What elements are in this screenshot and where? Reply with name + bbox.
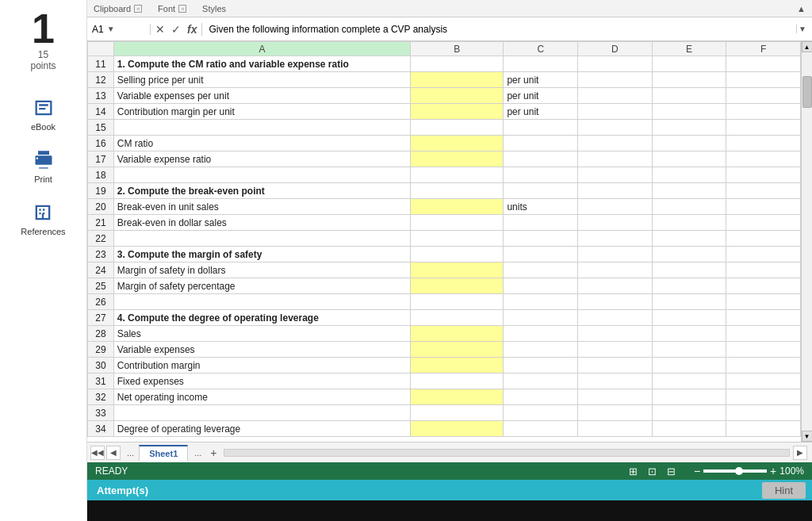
cell-d22[interactable] xyxy=(578,231,653,247)
cell-e21[interactable] xyxy=(652,215,726,231)
cell-f32[interactable] xyxy=(726,389,801,405)
cell-b29[interactable] xyxy=(411,342,504,358)
cell-d29[interactable] xyxy=(578,342,653,358)
cell-b24[interactable] xyxy=(411,262,504,278)
cell-d33[interactable] xyxy=(578,405,653,421)
cell-b26[interactable] xyxy=(411,294,504,310)
cell-e15[interactable] xyxy=(652,120,726,136)
vertical-scrollbar[interactable]: ▲ ▼ xyxy=(801,41,812,442)
cell-f15[interactable] xyxy=(726,120,801,136)
cell-e31[interactable] xyxy=(652,374,726,389)
cell-a20[interactable]: Break-even in unit sales xyxy=(113,199,411,215)
cell-e20[interactable] xyxy=(652,199,726,215)
cell-ref-dropdown[interactable]: ▼ xyxy=(107,25,115,33)
cell-c12[interactable]: per unit xyxy=(504,72,578,88)
cell-e13[interactable] xyxy=(652,88,726,104)
cell-b23[interactable] xyxy=(411,247,504,262)
fx-icon[interactable]: fx xyxy=(186,23,198,36)
cell-a24[interactable]: Margin of safety in dollars xyxy=(113,262,411,278)
cell-a27[interactable]: 4. Compute the degree of operating lever… xyxy=(113,310,411,326)
cell-a28[interactable]: Sales xyxy=(113,326,411,342)
cell-d23[interactable] xyxy=(578,247,653,262)
cell-b19[interactable] xyxy=(411,183,504,199)
cell-b15[interactable] xyxy=(411,120,504,136)
cell-b18[interactable] xyxy=(411,167,504,183)
cell-a22[interactable] xyxy=(113,231,411,247)
cell-c22[interactable] xyxy=(504,231,578,247)
cell-c33[interactable] xyxy=(504,405,578,421)
zoom-minus-btn[interactable]: − xyxy=(694,465,700,477)
cell-b33[interactable] xyxy=(411,405,504,421)
cell-f18[interactable] xyxy=(726,167,801,183)
scroll-thumb[interactable] xyxy=(802,76,812,108)
cell-a11[interactable]: 1. Compute the CM ratio and variable exp… xyxy=(113,56,411,72)
zoom-plus-btn[interactable]: + xyxy=(770,465,776,477)
zoom-thumb[interactable] xyxy=(735,467,743,475)
cell-a26[interactable] xyxy=(113,294,411,310)
col-header-b[interactable]: B xyxy=(411,42,504,56)
cell-d12[interactable] xyxy=(578,72,653,88)
cell-e17[interactable] xyxy=(652,151,726,167)
col-header-c[interactable]: C xyxy=(504,42,578,56)
sidebar-item-references[interactable]: References xyxy=(21,200,65,236)
cell-a16[interactable]: CM ratio xyxy=(113,136,411,151)
cell-d17[interactable] xyxy=(578,151,653,167)
cell-a21[interactable]: Break-even in dollar sales xyxy=(113,215,411,231)
cell-f26[interactable] xyxy=(726,294,801,310)
cell-d26[interactable] xyxy=(578,294,653,310)
cell-f19[interactable] xyxy=(726,183,801,199)
cell-e33[interactable] xyxy=(652,405,726,421)
scroll-up-btn[interactable]: ▲ xyxy=(802,41,813,52)
cell-d19[interactable] xyxy=(578,183,653,199)
cell-a31[interactable]: Fixed expenses xyxy=(113,374,411,389)
cell-c13[interactable]: per unit xyxy=(504,88,578,104)
cell-f28[interactable] xyxy=(726,326,801,342)
cell-a17[interactable]: Variable expense ratio xyxy=(113,151,411,167)
cell-d27[interactable] xyxy=(578,310,653,326)
cell-b17[interactable] xyxy=(411,151,504,167)
cell-c18[interactable] xyxy=(504,167,578,183)
cell-f34[interactable] xyxy=(726,421,801,437)
cell-f14[interactable] xyxy=(726,104,801,120)
cell-b34[interactable] xyxy=(411,421,504,437)
cell-c27[interactable] xyxy=(504,310,578,326)
cell-d24[interactable] xyxy=(578,262,653,278)
cell-e24[interactable] xyxy=(652,262,726,278)
cell-c17[interactable] xyxy=(504,151,578,167)
cell-b31[interactable] xyxy=(411,374,504,389)
cell-b27[interactable] xyxy=(411,310,504,326)
tab-add-btn[interactable]: + xyxy=(206,446,220,460)
cell-f21[interactable] xyxy=(726,215,801,231)
font-expand[interactable]: ⬦ xyxy=(178,5,186,13)
cell-f22[interactable] xyxy=(726,231,801,247)
cancel-icon[interactable]: ✕ xyxy=(154,23,167,36)
ribbon-collapse[interactable]: ▲ xyxy=(797,4,806,13)
scroll-track[interactable] xyxy=(802,52,813,431)
sheet-tab-sheet1[interactable]: Sheet1 xyxy=(139,445,188,461)
cell-a33[interactable] xyxy=(113,405,411,421)
cell-d21[interactable] xyxy=(578,215,653,231)
cell-d31[interactable] xyxy=(578,374,653,389)
cell-e23[interactable] xyxy=(652,247,726,262)
cell-b12[interactable] xyxy=(411,72,504,88)
cell-b32[interactable] xyxy=(411,389,504,405)
cell-d30[interactable] xyxy=(578,358,653,374)
cell-f33[interactable] xyxy=(726,405,801,421)
cell-f27[interactable] xyxy=(726,310,801,326)
tab-dots-right[interactable]: ... xyxy=(190,446,206,460)
cell-e19[interactable] xyxy=(652,183,726,199)
cell-f16[interactable] xyxy=(726,136,801,151)
horizontal-scrollbar[interactable] xyxy=(224,449,790,457)
cell-e12[interactable] xyxy=(652,72,726,88)
cell-e18[interactable] xyxy=(652,167,726,183)
cell-b30[interactable] xyxy=(411,358,504,374)
cell-f20[interactable] xyxy=(726,199,801,215)
cell-e16[interactable] xyxy=(652,136,726,151)
zoom-slider[interactable] xyxy=(703,469,767,473)
tab-nav-prev[interactable]: ◀ xyxy=(106,446,121,460)
tab-nav-scroll-right[interactable]: ▶ xyxy=(793,446,807,460)
cell-f23[interactable] xyxy=(726,247,801,262)
cell-e28[interactable] xyxy=(652,326,726,342)
cell-c20[interactable]: units xyxy=(504,199,578,215)
cell-d20[interactable] xyxy=(578,199,653,215)
